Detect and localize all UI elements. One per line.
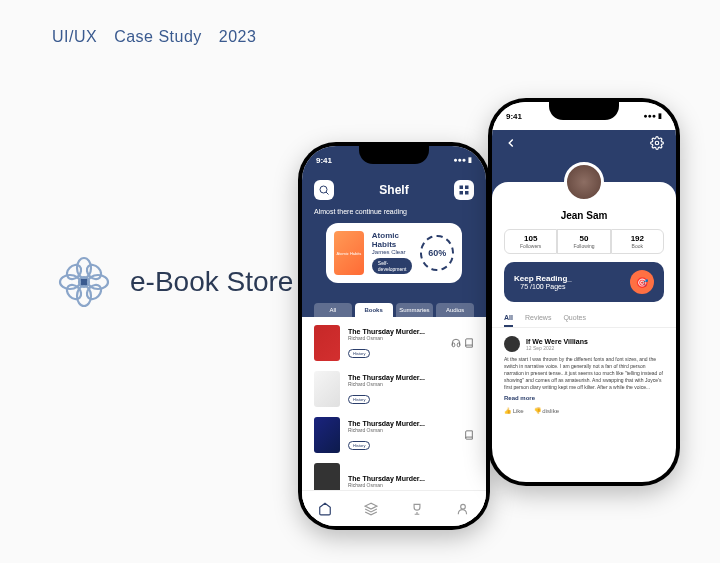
book-tag: History [348, 441, 370, 450]
svg-point-17 [655, 141, 659, 145]
search-button[interactable] [314, 180, 334, 200]
review-item: If We Were Villians 12 Sep 2022 At the s… [492, 328, 676, 422]
tab-quotes[interactable]: Quotes [563, 310, 586, 327]
status-indicators: ●●● ▮ [643, 112, 662, 120]
tab-all[interactable]: All [314, 303, 352, 317]
trophy-icon[interactable] [410, 502, 424, 516]
header-year: 2023 [219, 28, 257, 45]
stat-following[interactable]: 50 Following [557, 229, 610, 254]
book-title: The Thursday Murder... [348, 475, 474, 482]
user-icon[interactable] [456, 502, 470, 516]
book-cover [314, 417, 340, 453]
book-author: Richard Osman [348, 482, 474, 488]
book-cover [314, 371, 340, 407]
profile-tabs: All Reviews Quotes [492, 310, 676, 328]
book-title: The Thursday Murder... [348, 420, 456, 427]
grid-icon [458, 184, 470, 196]
target-icon: 🎯 [630, 270, 654, 294]
like-button[interactable]: 👍 Like [504, 407, 524, 414]
tab-all[interactable]: All [504, 310, 513, 327]
dislike-button[interactable]: 👎 dislike [534, 407, 559, 414]
book-cover: Atomic Habits [334, 231, 364, 275]
svg-rect-12 [465, 186, 469, 190]
back-icon[interactable] [504, 136, 518, 150]
phone-notch [359, 146, 429, 164]
book-title: Atomic Habits [372, 231, 413, 249]
goal-pages: 75 /100 Pages [514, 283, 572, 290]
status-indicators: ●●● ▮ [453, 156, 472, 164]
profile-card: Jean Sam 105 Followers 50 Following 192 … [492, 182, 676, 422]
book-list: The Thursday Murder... Richard Osman His… [302, 317, 486, 517]
phone-mockup-shelf: 9:41 ●●● ▮ Shelf Almost there continue r… [298, 142, 490, 530]
book-category-tag: Self-development [372, 258, 413, 274]
list-item[interactable]: The Thursday Murder... Richard Osman His… [314, 417, 474, 453]
brand-logo-section: e-Book Store [52, 250, 293, 314]
read-more-link[interactable]: Read more [504, 395, 664, 401]
page-header: UI/UX Case Study 2023 [52, 28, 268, 46]
settings-icon[interactable] [650, 136, 664, 150]
svg-rect-13 [460, 191, 464, 195]
review-book-title: If We Were Villians [526, 338, 588, 345]
books-label: Book [612, 243, 663, 249]
followers-label: Followers [505, 243, 556, 249]
status-time: 9:41 [316, 156, 332, 165]
svg-line-10 [326, 192, 329, 195]
tab-audios[interactable]: Audios [436, 303, 474, 317]
tab-books[interactable]: Books [355, 303, 393, 317]
shelf-title: Shelf [379, 183, 408, 197]
layers-icon[interactable] [364, 502, 378, 516]
profile-name: Jean Sam [492, 210, 676, 221]
books-count: 192 [612, 234, 663, 243]
current-book-card[interactable]: Atomic Habits Atomic Habits James Clear … [326, 223, 462, 283]
following-label: Following [558, 243, 609, 249]
headphones-icon [451, 338, 461, 348]
brand-name: e-Book Store [130, 266, 293, 298]
continue-reading-label: Almost there continue reading [314, 208, 474, 215]
followers-count: 105 [505, 234, 556, 243]
book-cover [314, 325, 340, 361]
home-icon[interactable] [318, 502, 332, 516]
book-author: Richard Osman [348, 335, 443, 341]
stat-followers[interactable]: 105 Followers [504, 229, 557, 254]
svg-marker-15 [365, 503, 377, 509]
phone-mockup-profile: 9:41 ●●● ▮ Jean Sam 105 Followers 50 Fol… [488, 98, 680, 486]
flower-logo-icon [52, 250, 116, 314]
book-title: The Thursday Murder... [348, 328, 443, 335]
progress-indicator: 60% [420, 235, 454, 271]
following-count: 50 [558, 234, 609, 243]
book-title: The Thursday Murder... [348, 374, 474, 381]
stat-books[interactable]: 192 Book [611, 229, 664, 254]
goal-title: Keep Reading_ [514, 274, 572, 283]
tab-reviews[interactable]: Reviews [525, 310, 551, 327]
profile-stats: 105 Followers 50 Following 192 Book [504, 229, 664, 254]
list-item[interactable]: The Thursday Murder... Richard Osman His… [314, 371, 474, 407]
bottom-navigation [302, 490, 486, 526]
shelf-tabs: All Books Summaries Audios [302, 295, 486, 317]
filter-button[interactable] [454, 180, 474, 200]
book-tag: History [348, 349, 370, 358]
book-icon [464, 430, 474, 440]
avatar[interactable] [564, 162, 604, 202]
review-text: At the start I was thrown by the differe… [504, 356, 664, 391]
review-avatar [504, 336, 520, 352]
svg-rect-14 [465, 191, 469, 195]
review-date: 12 Sep 2022 [526, 345, 588, 351]
header-label-2: Case Study [114, 28, 202, 45]
phone-notch [549, 102, 619, 120]
header-label-1: UI/UX [52, 28, 97, 45]
search-icon [318, 184, 330, 196]
tab-summaries[interactable]: Summaries [396, 303, 434, 317]
status-time: 9:41 [506, 112, 522, 121]
book-tag: History [348, 395, 370, 404]
book-author: Richard Osman [348, 381, 474, 387]
svg-rect-11 [460, 186, 464, 190]
list-item[interactable]: The Thursday Murder... Richard Osman His… [314, 325, 474, 361]
book-icon [464, 338, 474, 348]
book-author: Richard Osman [348, 427, 456, 433]
svg-point-9 [320, 186, 327, 193]
reading-goal-card[interactable]: Keep Reading_ 75 /100 Pages 🎯 [504, 262, 664, 302]
book-author: James Clear [372, 249, 413, 255]
svg-point-16 [461, 504, 466, 509]
shelf-header: Shelf Almost there continue reading Atom… [302, 174, 486, 295]
